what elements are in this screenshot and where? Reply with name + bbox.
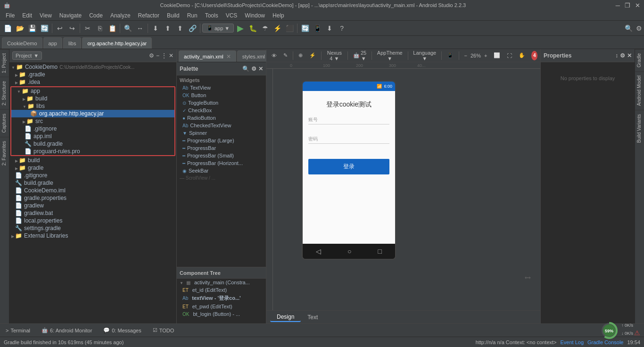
pan-btn[interactable]: ✋: [516, 50, 528, 61]
palette-close-icon[interactable]: ✕: [258, 66, 263, 72]
language-selector[interactable]: Language ▼: [411, 50, 438, 61]
tree-cookiedemo-iml[interactable]: 📄 CookieDemo.iml: [9, 187, 176, 194]
coverage-button[interactable]: ☂: [259, 23, 271, 34]
tree-app-folder[interactable]: 📁 app: [11, 87, 174, 95]
palette-togglebutton[interactable]: ⊙ ToggleButton: [177, 99, 266, 107]
toolbar-search[interactable]: 🔍: [623, 23, 634, 34]
menu-file[interactable]: File: [2, 11, 18, 20]
design-target-btn[interactable]: ⊕: [296, 50, 305, 61]
menu-code[interactable]: Code: [85, 11, 107, 20]
resize-handle[interactable]: ⤢: [522, 272, 533, 283]
tree-root-cookiedemo[interactable]: 📁 CookieDemo C:\Users\dell\StudioProject…: [9, 63, 176, 71]
palette-settings-icon[interactable]: ⚙: [251, 66, 256, 72]
tree-appiml[interactable]: 📄 app.iml: [11, 132, 174, 140]
full-screen-btn[interactable]: ⛶: [504, 50, 514, 61]
side-tab-build-variants[interactable]: Build Variants: [635, 110, 644, 147]
menu-edit[interactable]: Edit: [18, 11, 36, 20]
toolbar-open[interactable]: 📂: [14, 23, 25, 34]
side-tab-project[interactable]: 1: Project: [0, 49, 9, 77]
toolbar-find[interactable]: 🔍: [122, 23, 133, 34]
toolbar-save[interactable]: 💾: [26, 23, 38, 34]
palette-progressbar-large[interactable]: ━ ProgressBar (Large): [177, 137, 266, 144]
menu-run[interactable]: Run: [183, 11, 201, 20]
toolbar-undo[interactable]: ↩: [54, 23, 66, 34]
design-eye-btn[interactable]: 👁: [269, 50, 279, 61]
toolbar-copy[interactable]: ⎘: [94, 23, 106, 34]
panel-collapse-icon[interactable]: −: [156, 52, 159, 59]
tree-build-gradle-root[interactable]: 🔧 build.gradle: [9, 179, 176, 187]
fit-screen-btn[interactable]: ⬜: [491, 50, 503, 61]
menu-build[interactable]: Build: [163, 11, 183, 20]
api-selector[interactable]: 🤖 25 ▼: [351, 50, 369, 61]
avd-manager[interactable]: 📱: [312, 23, 323, 34]
panel-gear-icon[interactable]: ⚙: [149, 52, 154, 59]
profile-button[interactable]: ⚡: [272, 23, 283, 34]
comp-et-pwd[interactable]: ET et_pwd (EditText): [177, 303, 266, 310]
properties-close-icon[interactable]: ✕: [627, 52, 632, 59]
zoom-in-btn[interactable]: +: [482, 50, 489, 61]
menu-analyze[interactable]: Analyze: [107, 11, 134, 20]
comp-et-id[interactable]: ET et_id (EditText): [177, 286, 266, 294]
event-log-link[interactable]: Event Log: [560, 339, 584, 345]
bottom-tab-terminal[interactable]: > Terminal: [0, 324, 36, 337]
toolbar-vcs2[interactable]: ⬆: [162, 23, 173, 34]
project-tab-libs[interactable]: libs: [63, 37, 82, 49]
toolbar-vcs1[interactable]: ⬇: [150, 23, 161, 34]
design-tab-design[interactable]: Design: [270, 313, 301, 322]
tree-jar-file[interactable]: 📦 org.apache.http.legacy.jar: [11, 110, 174, 117]
help-button[interactable]: ?: [336, 23, 347, 34]
toolbar-paste[interactable]: 📋: [107, 23, 118, 34]
sdk-manager[interactable]: ⬇: [324, 23, 335, 34]
tree-build-root[interactable]: 📁 build: [9, 157, 176, 164]
bottom-tab-android-monitor[interactable]: 🤖 6: Android Monitor: [36, 324, 98, 337]
tree-gradlew[interactable]: 📄 gradlew: [9, 202, 176, 209]
bottom-tab-todo[interactable]: ☑ TODO: [147, 324, 180, 337]
panel-close-icon[interactable]: ✕: [169, 52, 173, 59]
toolbar-cut[interactable]: ✂: [82, 23, 93, 34]
stop-button[interactable]: ⬛: [284, 23, 295, 34]
tree-settings-gradle[interactable]: 🔧 settings.gradle: [9, 224, 176, 232]
zoom-out-btn[interactable]: −: [462, 50, 470, 61]
menu-view[interactable]: View: [36, 11, 56, 20]
tree-gitignore-root[interactable]: 📄 .gitignore: [9, 172, 176, 179]
run-button[interactable]: ▶: [235, 23, 246, 34]
palette-seekbar[interactable]: ◉ SeekBar: [177, 167, 266, 174]
project-type-dropdown[interactable]: Project ▼: [12, 51, 42, 60]
phone-login-button[interactable]: 登录: [308, 159, 389, 174]
theme-selector[interactable]: AppTheme ▼: [375, 50, 405, 61]
menu-help[interactable]: Help: [269, 11, 288, 20]
tree-gradle-properties[interactable]: 📄 gradle.properties: [9, 194, 176, 202]
bottom-tab-messages[interactable]: 💬 0: Messages: [98, 324, 147, 337]
toolbar-replace[interactable]: ↔: [134, 23, 146, 34]
debug-button[interactable]: 🐛: [247, 23, 258, 34]
menu-navigate[interactable]: Navigate: [56, 11, 85, 20]
palette-checkbox[interactable]: ✓ CheckBox: [177, 107, 266, 114]
palette-checkedtextview[interactable]: Ab CheckedTextView: [177, 122, 266, 129]
menu-tools[interactable]: Tools: [201, 11, 222, 20]
project-tab-jar[interactable]: org.apache.http.legacy.jar: [82, 37, 152, 49]
palette-spinner[interactable]: ▼ Spinner: [177, 129, 266, 137]
palette-radiobutton[interactable]: ● RadioButton: [177, 114, 266, 122]
toolbar-vcs3[interactable]: ⬆: [174, 23, 186, 34]
palette-progressbar[interactable]: ━ ProgressBar: [177, 144, 266, 152]
side-tab-gradle[interactable]: Gradle: [635, 49, 644, 71]
tree-gitignore-app[interactable]: 📄 .gitignore: [11, 125, 174, 132]
tab-activity-main[interactable]: activity_main.xml ✕: [179, 50, 236, 62]
gradle-console-link[interactable]: Gradle Console: [587, 339, 623, 345]
tree-external-libs[interactable]: 📁 External Libraries: [9, 232, 176, 240]
app-selector[interactable]: 📱 app ▼: [202, 24, 234, 33]
menu-window[interactable]: Window: [241, 11, 269, 20]
gradle-sync[interactable]: 🔄: [299, 23, 311, 34]
tree-libs-folder[interactable]: 📁 libs: [11, 102, 174, 110]
tree-idea-folder[interactable]: 📁 .idea: [9, 78, 176, 86]
side-tab-favorites[interactable]: 2: Favorites: [0, 137, 9, 169]
tree-build-folder[interactable]: 📁 build: [11, 95, 174, 102]
close-btn[interactable]: ✕: [635, 2, 640, 9]
project-tab-cookiedemo[interactable]: CookieDemo: [2, 37, 42, 49]
tree-gradle-root[interactable]: 📁 gradle: [9, 164, 176, 172]
side-tab-captures[interactable]: Captures: [0, 109, 9, 137]
tree-gradlew-bat[interactable]: 📄 gradlew.bat: [9, 209, 176, 217]
project-tab-app[interactable]: app: [43, 37, 62, 49]
tree-src-folder[interactable]: 📁 src: [11, 117, 174, 125]
tab-activity-main-close[interactable]: ✕: [226, 53, 231, 60]
